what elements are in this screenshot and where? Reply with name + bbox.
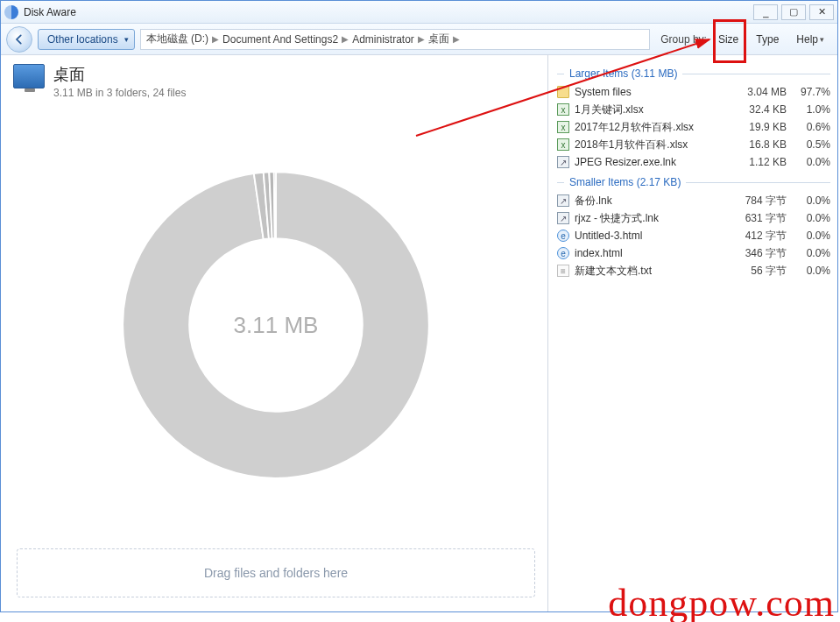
file-name: 2018年1月软件百科.xlsx [575,138,727,152]
group-header-label: Smaller Items (2.17 KB) [569,176,681,188]
breadcrumb-item[interactable]: 本地磁盘 (D:) [146,32,208,46]
app-title: Disk Aware [24,6,753,18]
location-label: Other locations [47,33,118,46]
lnk-icon: ↗ [557,194,569,207]
group-by-type[interactable]: Type [748,29,787,50]
breadcrumb-item[interactable]: Administrator [352,33,414,46]
file-row[interactable]: x2018年1月软件百科.xlsx16.8 KB0.5% [557,136,830,153]
file-percent: 0.0% [792,212,830,224]
breadcrumb-item[interactable]: Document And Settings2 [222,33,338,46]
group-by-label: Group by: [660,33,707,46]
toolbar: Other locations 本地磁盘 (D:)▶Document And S… [1,24,837,55]
xls-icon: x [557,138,569,151]
file-percent: 0.0% [792,156,830,168]
file-name: Untitled-3.html [575,230,727,242]
file-name: rjxz - 快捷方式.lnk [575,211,727,226]
file-name: JPEG Resizer.exe.lnk [575,156,727,168]
group-header: Larger Items (3.11 MB) [557,67,830,80]
file-name: index.html [575,247,727,259]
chevron-right-icon: ▶ [418,34,425,44]
app-icon [4,5,18,19]
titlebar: Disk Aware ⎯ ▢ ✕ [1,1,837,24]
file-row[interactable]: eUntitled-3.html412 字节0.0% [557,227,830,244]
file-name: 备份.lnk [575,194,727,209]
file-percent: 97.7% [792,86,830,98]
chevron-right-icon: ▶ [342,34,349,44]
window-controls: ⎯ ▢ ✕ [753,4,834,20]
maximize-button[interactable]: ▢ [781,4,806,20]
minimize-button[interactable]: ⎯ [753,4,778,20]
file-name: System files [575,86,727,98]
file-row[interactable]: ≡新建文本文档.txt56 字节0.0% [557,262,830,279]
help-menu[interactable]: Help [788,29,832,50]
file-name: 1月关键词.xlsx [575,102,727,117]
html-icon: e [557,230,569,242]
lnk-icon: ↗ [557,212,569,224]
folder-subtitle: 3.11 MB in 3 folders, 24 files [53,87,186,99]
file-percent: 0.0% [792,247,830,259]
lnk-icon: ↗ [557,156,569,168]
file-row[interactable]: x2017年12月软件百科.xlsx19.9 KB0.6% [557,118,830,136]
file-size: 631 字节 [732,211,787,226]
arrow-left-icon [13,33,25,46]
file-row[interactable]: System files3.04 MB97.7% [557,83,830,101]
xls-icon: x [557,103,569,116]
xls-icon: x [557,121,569,133]
file-percent: 0.0% [792,230,830,242]
left-pane: 桌面 3.11 MB in 3 folders, 24 files 3.11 M… [1,55,548,611]
chevron-right-icon: ▶ [212,34,219,44]
folder-icon [557,86,569,98]
file-size: 16.8 KB [732,138,787,151]
group-header-label: Larger Items (3.11 MB) [569,67,677,80]
file-name: 新建文本文档.txt [575,264,727,279]
file-size: 784 字节 [732,194,787,209]
file-row[interactable]: ↗rjxz - 快捷方式.lnk631 字节0.0% [557,209,830,227]
file-row[interactable]: eindex.html346 字节0.0% [557,244,830,262]
file-size: 412 字节 [732,229,787,244]
chevron-right-icon: ▶ [453,34,460,44]
location-dropdown[interactable]: Other locations [38,29,135,50]
file-row[interactable]: x1月关键词.xlsx32.4 KB1.0% [557,101,830,118]
html-icon: e [557,247,569,259]
txt-icon: ≡ [557,265,569,277]
group-header: Smaller Items (2.17 KB) [557,176,830,188]
file-percent: 0.0% [792,265,830,277]
close-button[interactable]: ✕ [809,4,834,20]
file-size: 346 字节 [732,246,787,261]
file-percent: 0.0% [792,194,830,207]
donut-center-label: 3.11 MB [234,311,319,338]
app-window: Disk Aware ⎯ ▢ ✕ Other locations 本地磁盘 (D… [0,0,838,612]
file-row[interactable]: ↗JPEG Resizer.exe.lnk1.12 KB0.0% [557,153,830,171]
file-size: 32.4 KB [732,103,787,116]
file-size: 19.9 KB [732,121,787,133]
group-by-size[interactable]: Size [710,29,746,50]
file-name: 2017年12月软件百科.xlsx [575,120,727,135]
breadcrumb[interactable]: 本地磁盘 (D:)▶Document And Settings2▶Adminis… [140,29,651,50]
desktop-icon [13,64,45,88]
back-button[interactable] [6,26,32,53]
content-area: 桌面 3.11 MB in 3 folders, 24 files 3.11 M… [1,55,837,611]
file-size: 56 字节 [732,264,787,279]
donut-chart[interactable]: 3.11 MB [109,159,442,491]
file-percent: 1.0% [792,103,830,116]
file-size: 3.04 MB [732,86,787,98]
file-percent: 0.6% [792,121,830,133]
folder-header: 桌面 3.11 MB in 3 folders, 24 files [13,64,539,99]
file-row[interactable]: ↗备份.lnk784 字节0.0% [557,192,830,209]
right-pane: Larger Items (3.11 MB)System files3.04 M… [548,55,837,611]
file-size: 1.12 KB [732,156,787,168]
file-percent: 0.5% [792,138,830,151]
folder-title: 桌面 [53,64,186,85]
drop-zone[interactable]: Drag files and folders here [17,548,535,597]
toolbar-menu: Group by: Size Type Help [660,29,832,50]
breadcrumb-item[interactable]: 桌面 [428,32,449,46]
donut-chart-wrap: 3.11 MB [13,104,539,545]
